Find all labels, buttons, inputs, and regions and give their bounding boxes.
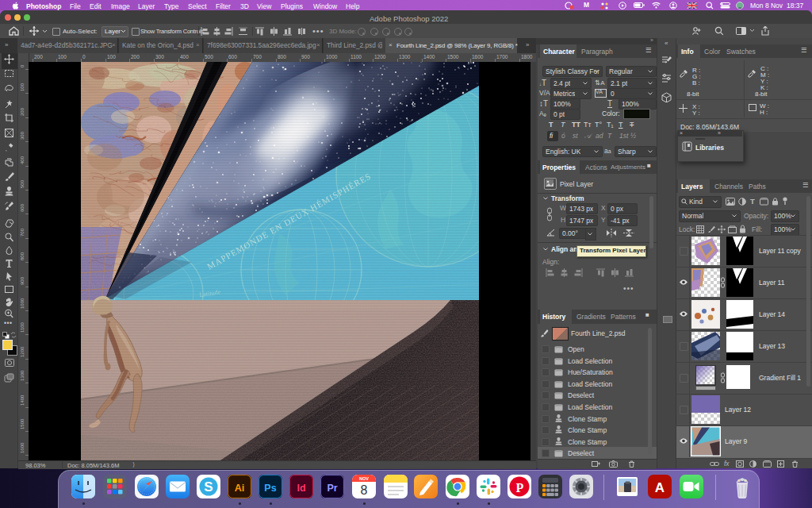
svg-text:P: P: [516, 481, 524, 495]
svg-text:Pr: Pr: [327, 483, 337, 494]
svg-text:Ai: Ai: [235, 483, 245, 494]
svg-text:S: S: [204, 479, 213, 495]
svg-text:A: A: [655, 480, 665, 495]
svg-text:Ps: Ps: [264, 483, 276, 494]
svg-text:NOV: NOV: [359, 476, 369, 481]
svg-text:8: 8: [361, 483, 368, 497]
svg-text:Id: Id: [297, 483, 305, 494]
